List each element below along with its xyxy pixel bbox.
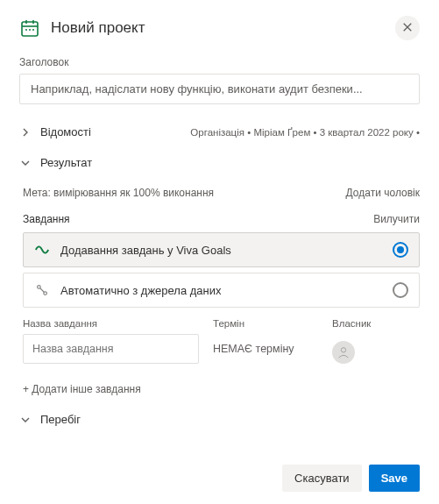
close-icon	[402, 22, 413, 35]
task-option-label: Додавання завдань у Viva Goals	[60, 244, 382, 257]
details-section-toggle[interactable]: Відомості Організація • Міріам Ґрем • 3 …	[19, 117, 420, 147]
svg-point-6	[32, 29, 34, 31]
task-due-label: Термін	[213, 318, 318, 329]
svg-point-5	[29, 29, 31, 31]
chevron-right-icon	[19, 126, 32, 138]
task-due-value[interactable]: НЕМАЄ терміну	[213, 334, 318, 364]
details-meta: Організація • Міріам Ґрем • 3 квартал 20…	[190, 127, 420, 138]
svg-point-8	[44, 292, 47, 295]
result-section-toggle[interactable]: Результат	[19, 147, 420, 178]
chevron-down-icon	[19, 414, 32, 426]
dialog-footer: Скасувати Save	[282, 465, 420, 492]
viva-goals-icon	[34, 242, 50, 258]
task-option-viva-goals[interactable]: Додавання завдань у Viva Goals	[23, 232, 420, 267]
dialog-title: Новий проект	[51, 19, 385, 37]
task-owner-col: Власник	[332, 318, 420, 371]
dialog-header: Новий проект	[19, 16, 420, 40]
svg-point-7	[38, 286, 41, 289]
chevron-down-icon	[19, 157, 32, 169]
task-name-col: Назва завдання	[23, 318, 199, 371]
task-name-input[interactable]	[23, 334, 199, 364]
svg-point-10	[341, 348, 345, 352]
task-option-data-source[interactable]: Автоматично з джерела даних	[23, 273, 420, 308]
task-owner-picker[interactable]	[332, 334, 420, 371]
tasks-heading: Завдання	[23, 213, 70, 225]
goal-meta-text: Мета: вимірювання як 100% виконання	[23, 187, 214, 199]
calendar-project-icon	[19, 18, 40, 39]
close-button[interactable]	[395, 16, 420, 40]
remove-link[interactable]: Вилучити	[373, 213, 420, 225]
result-section-label: Результат	[40, 156, 92, 169]
details-section-label: Відомості	[40, 125, 91, 138]
cancel-button[interactable]: Скасувати	[282, 465, 362, 492]
radio-checked-icon	[393, 242, 408, 258]
task-due-col: Термін НЕМАЄ терміну	[213, 318, 318, 371]
title-input[interactable]	[19, 74, 420, 104]
radio-unchecked-icon	[393, 282, 408, 298]
svg-line-9	[40, 288, 45, 293]
avatar-placeholder-icon	[332, 341, 355, 364]
result-body: Мета: вимірювання як 100% виконання Дода…	[19, 187, 420, 404]
progress-section-label: Перебіг	[40, 413, 81, 426]
title-field-label: Заголовок	[19, 56, 420, 68]
add-another-task[interactable]: + Додати інше завдання	[23, 380, 420, 404]
progress-section-toggle[interactable]: Перебіг	[19, 404, 420, 435]
task-owner-label: Власник	[332, 318, 420, 329]
save-button[interactable]: Save	[369, 465, 420, 492]
svg-point-4	[25, 29, 27, 31]
add-numeric-link[interactable]: Додати чоловік	[346, 187, 420, 199]
task-option-label: Автоматично з джерела даних	[60, 284, 382, 297]
task-name-label: Назва завдання	[23, 318, 199, 329]
data-source-icon	[34, 282, 50, 298]
